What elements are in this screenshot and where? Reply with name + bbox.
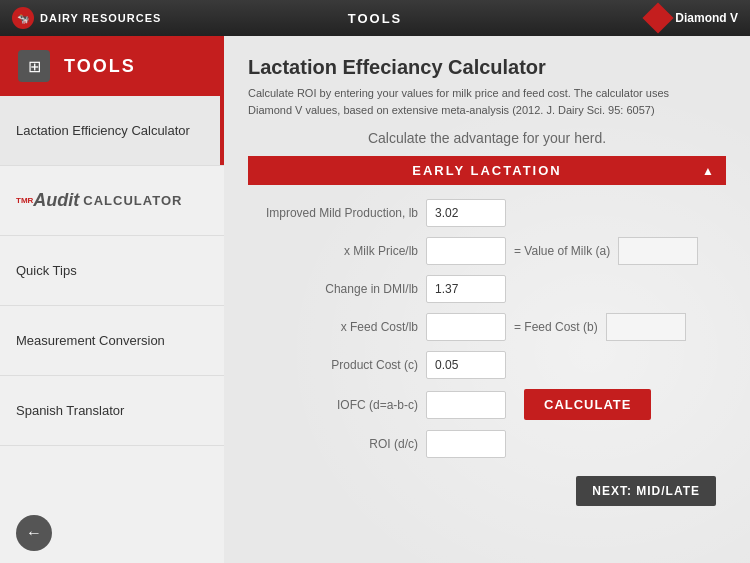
section-label: EARLY LACTATION <box>412 163 561 178</box>
section-header: EARLY LACTATION ▲ <box>248 156 726 185</box>
roi-input[interactable] <box>426 430 506 458</box>
diamond-v-label: Diamond V <box>675 11 738 25</box>
form-row-feed-cost: x Feed Cost/lb = Feed Cost (b) <box>258 313 716 341</box>
page-title: TOOLS <box>348 11 403 26</box>
desc-line2: Diamond V values, based on extensive met… <box>248 104 655 116</box>
calculate-button[interactable]: CALCULATE <box>524 389 651 420</box>
form-row-milk-price: x Milk Price/lb = Value of Milk (a) <box>258 237 716 265</box>
dairy-icon: 🐄 <box>12 7 34 29</box>
form-row-roi: ROI (d/c) <box>258 430 716 458</box>
form-row-iofc: IOFC (d=a-b-c) CALCULATE <box>258 389 716 420</box>
milk-price-input[interactable] <box>426 237 506 265</box>
calculator-label: CALCULATOR <box>83 193 182 208</box>
iofc-input[interactable] <box>426 391 506 419</box>
sidebar-item-label: Lactation Efficiency Calculator <box>16 123 190 138</box>
feed-cost-result <box>606 313 686 341</box>
dmi-label: Change in DMI/lb <box>258 282 418 296</box>
tmr-superscript: TMR <box>16 196 33 205</box>
sidebar-item-label: Quick Tips <box>16 263 77 278</box>
desc-line1: Calculate ROI by entering your values fo… <box>248 87 669 99</box>
content-subtitle: Calculate the advantage for your herd. <box>248 130 726 146</box>
calculator-icon: ⊞ <box>18 50 50 82</box>
milk-production-label: Improved Mild Production, lb <box>258 206 418 220</box>
product-cost-input[interactable] <box>426 351 506 379</box>
sidebar-item-tmr-audit[interactable]: TMR Audit CALCULATOR <box>0 166 224 236</box>
sidebar-item-quick-tips[interactable]: Quick Tips <box>0 236 224 306</box>
milk-price-label: x Milk Price/lb <box>258 244 418 258</box>
milk-value-result <box>618 237 698 265</box>
sidebar-item-measurement-conversion[interactable]: Measurement Conversion <box>0 306 224 376</box>
milk-production-input[interactable] <box>426 199 506 227</box>
feed-cost-label: x Feed Cost/lb <box>258 320 418 334</box>
bottom-buttons-row: NEXT: MID/LATE <box>248 466 726 506</box>
milk-value-equals: = Value of Milk (a) <box>514 244 610 258</box>
brand-section: 🐄 DAIRY RESOURCES <box>12 7 161 29</box>
next-button[interactable]: NEXT: MID/LATE <box>576 476 716 506</box>
content-description: Calculate ROI by entering your values fo… <box>248 85 726 118</box>
dmi-input[interactable] <box>426 275 506 303</box>
iofc-label: IOFC (d=a-b-c) <box>258 398 418 412</box>
sidebar-tools-label: TOOLS <box>64 56 136 77</box>
feed-cost-input[interactable] <box>426 313 506 341</box>
tmr-badge: TMR Audit CALCULATOR <box>16 190 182 211</box>
form-row-milk-production: Improved Mild Production, lb <box>258 199 716 227</box>
form-row-product-cost: Product Cost (c) <box>258 351 716 379</box>
top-bar: 🐄 DAIRY RESOURCES TOOLS Diamond V <box>0 0 750 36</box>
sidebar-tools-header: ⊞ TOOLS <box>0 36 224 96</box>
section-arrow-icon: ▲ <box>702 164 716 178</box>
back-button[interactable]: ← <box>16 515 52 551</box>
main-layout: ⊞ TOOLS Lactation Efficiency Calculator … <box>0 36 750 563</box>
feed-cost-equals: = Feed Cost (b) <box>514 320 598 334</box>
sidebar-item-spanish-translator[interactable]: Spanish Translator <box>0 376 224 446</box>
form-row-dmi: Change in DMI/lb <box>258 275 716 303</box>
roi-label: ROI (d/c) <box>258 437 418 451</box>
sidebar-item-label: Measurement Conversion <box>16 333 165 348</box>
sidebar-item-lactation-efficiency[interactable]: Lactation Efficiency Calculator <box>0 96 224 166</box>
diamond-icon <box>643 2 674 33</box>
brand-label: DAIRY RESOURCES <box>40 12 161 24</box>
main-content: Lactation Effeciancy Calculator Calculat… <box>224 36 750 563</box>
audit-label: Audit <box>33 190 79 211</box>
sidebar-bottom: ← <box>0 503 224 563</box>
sidebar: ⊞ TOOLS Lactation Efficiency Calculator … <box>0 36 224 563</box>
content-title: Lactation Effeciancy Calculator <box>248 56 726 79</box>
product-cost-label: Product Cost (c) <box>258 358 418 372</box>
calculator-form: Improved Mild Production, lb x Milk Pric… <box>248 199 726 458</box>
sidebar-item-label: Spanish Translator <box>16 403 124 418</box>
diamond-v-logo: Diamond V <box>647 7 738 29</box>
